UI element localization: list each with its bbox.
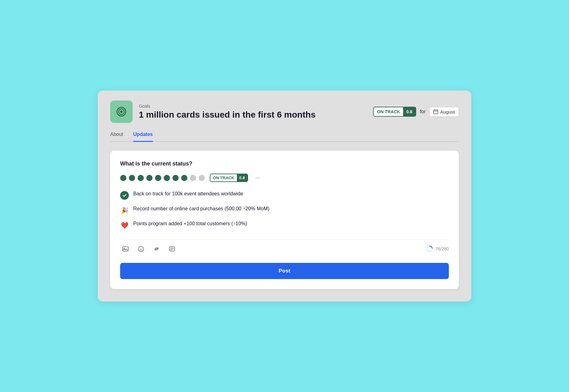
svg-point-11 [142,248,142,249]
svg-point-9 [139,246,144,252]
char-progress-icon [426,245,433,252]
dot-1 [120,175,126,181]
list-button[interactable] [167,244,177,254]
emoji-button[interactable] [136,244,146,254]
header: Goals 1 million cards issued in the firs… [110,100,459,123]
tab-about[interactable]: About [110,132,123,142]
image-icon [122,245,129,252]
header-right: ON TRACK 0.8 for August [373,107,459,117]
party-icon: 🎉 [120,206,129,215]
main-card: Goals 1 million cards issued in the firs… [98,91,471,301]
status-badge-text: ON TRACK [210,174,237,181]
update-items: Back on track for 100k event attendees w… [120,191,449,230]
tab-updates[interactable]: Updates [133,132,153,142]
goal-title: 1 million cards issued in the first 6 mo… [139,110,367,120]
update-item-1: Back on track for 100k event attendees w… [120,191,449,200]
status-badge-inline: ON TRACK 0.8 [210,174,248,182]
dots-container [120,175,205,181]
on-track-label: ON TRACK [374,107,403,116]
dot-5 [155,175,161,181]
content-card: What is the current status? ON TRACK 0.8… [110,151,459,289]
month-badge[interactable]: August [429,107,459,117]
update-text-3: Points program added +100 total customer… [133,221,247,226]
link-button[interactable] [151,244,162,254]
status-question: What is the current status? [120,161,449,167]
dot-7 [172,175,179,181]
dot-3 [138,175,144,181]
on-track-score: 0.8 [403,107,415,116]
dot-4 [146,175,153,181]
tabs: About Updates [110,132,459,142]
header-text: Goals 1 million cards issued in the firs… [139,104,367,120]
check-icon [120,191,129,200]
update-item-3: ❤️ Points program added +100 total custo… [120,221,449,230]
svg-point-10 [140,248,140,249]
status-badge-score: 0.8 [237,174,247,181]
for-label: for [420,109,426,114]
dot-9 [190,175,196,181]
goals-label: Goals [139,104,367,109]
dot-2 [129,175,135,181]
char-count: 76/280 [435,246,449,251]
post-button[interactable]: Post [120,263,449,279]
heart-icon: ❤️ [120,221,129,230]
svg-rect-3 [434,110,438,114]
image-button[interactable] [120,244,131,254]
dot-10 [199,175,205,181]
calendar-icon [433,109,438,114]
link-icon [153,245,160,252]
svg-point-8 [124,248,125,249]
month-label: August [440,109,455,114]
goal-icon [110,100,133,123]
emoji-icon [138,245,144,252]
toolbar: 76/280 [120,240,449,258]
status-row: ON TRACK 0.8 ··· [120,173,449,182]
update-text-1: Back on track for 100k event attendees w… [133,191,243,197]
dot-6 [164,175,170,181]
update-item-2: 🎉 Record number of online card purchases… [120,206,449,215]
svg-point-2 [120,110,123,113]
dot-8 [181,175,187,181]
list-icon [169,245,176,252]
update-text-2: Record number of online card purchases (… [133,206,270,212]
char-count-area: 76/280 [426,245,449,252]
on-track-badge: ON TRACK 0.8 [373,107,416,117]
more-options-button[interactable]: ··· [253,173,263,182]
